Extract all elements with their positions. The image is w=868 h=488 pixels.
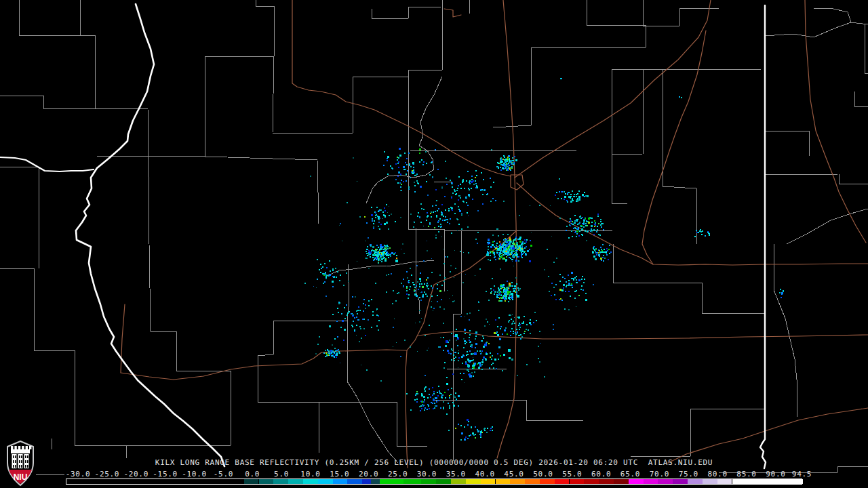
colorbar-tick-label: 40.0 <box>475 470 495 479</box>
colorbar-tick-label: 15.0 <box>330 470 349 479</box>
colorbar-tick-label: 45.0 <box>504 470 524 479</box>
colorbar-tick-label: 70.0 <box>650 470 669 479</box>
radar-map-canvas <box>0 0 868 488</box>
colorbar-gradient <box>66 479 802 484</box>
colorbar-tick-label: 55.0 <box>562 470 582 479</box>
colorbar-tick-label: 20.0 <box>359 470 378 479</box>
product-title: KILX LONG RANGE BASE REFLECTIVITY (0.25K… <box>0 458 868 468</box>
colorbar-labels: -30.0-25.0-20.0-15.0-10.0-5.00.05.010.01… <box>0 470 868 479</box>
colorbar-tick-label: 65.0 <box>620 470 640 479</box>
colorbar-tick-label: -25.0 <box>95 470 120 479</box>
colorbar-tick-label: -10.0 <box>182 470 207 479</box>
colorbar-tick-label: 0.0 <box>245 470 260 479</box>
colorbar-tick-label: -5.0 <box>214 470 233 479</box>
colorbar-tick-label: 25.0 <box>388 470 408 479</box>
colorbar-tick-label: 50.0 <box>533 470 553 479</box>
niu-logo: NIU <box>5 441 35 487</box>
colorbar-tick-label: 10.0 <box>300 470 320 479</box>
niu-logo-text: NIU <box>14 472 28 482</box>
colorbar-tick-label: -15.0 <box>153 470 178 479</box>
colorbar-tick-label: -30.0 <box>66 470 91 479</box>
colorbar-tick-label: 90.0 <box>766 470 785 479</box>
colorbar-tick-label: 35.0 <box>446 470 466 479</box>
colorbar-tick-label: 80.0 <box>707 470 727 479</box>
colorbar-tick-label: 85.0 <box>736 470 756 479</box>
radar-map <box>0 0 868 488</box>
radar-viewer: KILX LONG RANGE BASE REFLECTIVITY (0.25K… <box>0 0 868 488</box>
colorbar-tick-label: 5.0 <box>274 470 289 479</box>
colorbar <box>66 479 802 485</box>
colorbar-tick-label: -20.0 <box>123 470 149 479</box>
colorbar-tick-label: 30.0 <box>417 470 437 479</box>
colorbar-tick-label: 94.5 <box>792 470 812 479</box>
colorbar-tick-label: 60.0 <box>591 470 611 479</box>
colorbar-tick-label: 75.0 <box>679 470 698 479</box>
